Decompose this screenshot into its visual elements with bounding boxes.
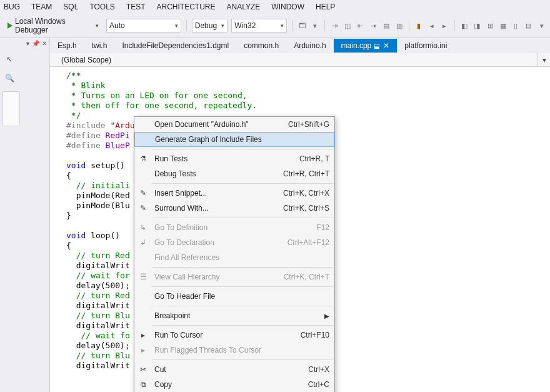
menu-item[interactable]: Debug TestsCtrl+R, Ctrl+T [134,166,334,181]
close-tab-icon[interactable]: ✕ [383,41,389,50]
menu-item[interactable]: ✎Surround With...Ctrl+K, Ctrl+S [134,201,334,216]
menu-item: ☰View Call HierarchyCtrl+K, Ctrl+T [134,269,334,284]
menu-shortcut: Ctrl+R, T [299,154,329,163]
cursor-icon: ▸ [137,345,149,355]
menu-sql[interactable]: SQL [63,3,78,11]
menu-item-label: Surround With... [154,204,278,213]
menu-help[interactable]: HELP [316,3,335,11]
menu-item-label: Go To Definition [154,223,311,232]
tool-icon-e[interactable]: ▯ [511,21,521,31]
separator [152,359,333,360]
scope-combo[interactable]: (Global Scope) [61,56,538,64]
separator [152,325,333,326]
comment-icon[interactable]: ▤ [382,21,391,31]
copy-icon: ⧉ [137,379,149,389]
menu-item[interactable]: Generate Graph of Include Files [134,132,334,147]
play-icon [8,23,12,29]
file-icon[interactable]: 🗔 [298,21,307,31]
outdent-icon[interactable]: ⇥ [369,21,378,31]
call-icon: ☰ [137,272,149,282]
separator [152,267,333,268]
menu-item-label: Breakpoint [154,311,319,320]
tool-icon-d[interactable]: ▦ [498,21,508,31]
menu-item: ▸Run Flagged Threads To Cursor [134,343,334,358]
menu-analyze[interactable]: ANALYZE [227,3,261,11]
menu-shortcut: Ctrl+F10 [301,331,329,339]
collapsed-tool-window[interactable] [2,91,20,126]
tool-icon-b[interactable]: ◨ [472,21,482,31]
separator [152,286,333,287]
tab-arduino[interactable]: Arduino.h [286,39,333,53]
menu-item-label: Copy [154,380,303,389]
scope-bar: (Global Scope) ▾ [50,53,550,67]
blank-icon [137,291,149,301]
menu-item[interactable]: Go To Header File [134,289,334,304]
def-icon: ↳ [137,223,149,233]
menu-shortcut: Ctrl+K, Ctrl+S [283,204,329,213]
menu-bug[interactable]: BUG [4,3,20,11]
snip-icon: ✎ [137,203,149,213]
pin-icon[interactable]: ⬓ [374,43,379,49]
menu-tools[interactable]: TOOLS [89,3,114,11]
tool-icon-f[interactable]: ⊟ [524,21,534,31]
menu-item[interactable]: Breakpoint▶ [134,308,334,323]
bookmark-icon[interactable]: ▮ [414,21,424,31]
menu-item: Find All References [134,250,334,265]
dropdown-icon[interactable]: ▾ [26,40,29,47]
menu-shortcut: F12 [316,223,329,232]
menu-item-label: Go To Declaration [154,238,282,247]
menu-team[interactable]: TEAM [31,3,52,11]
config-combo-1[interactable]: Auto▾ [106,19,181,33]
menu-window[interactable]: WINDOW [271,3,304,11]
tool-icon-c[interactable]: ⊞ [486,21,495,31]
menu-item[interactable]: ✂CutCtrl+X [134,362,334,377]
tab-main[interactable]: main.cpp⬓✕ [334,39,398,53]
toolbox-search-icon[interactable]: 🔍 [4,73,15,84]
tab-twi[interactable]: twi.h [84,39,115,53]
tab-esp[interactable]: Esp.h [50,39,84,53]
chevron-down-icon[interactable]: ▾ [538,53,550,66]
close-icon[interactable]: ✕ [42,40,47,47]
start-debug-button[interactable]: Local Windows Debugger ▾ [4,16,102,36]
menu-item[interactable]: ⚗Run TestsCtrl+R, T [134,151,334,166]
dropdown-icon[interactable]: ▾ [311,21,320,31]
separator [152,183,333,184]
menu-item[interactable]: ⧉CopyCtrl+C [134,377,334,392]
menu-test[interactable]: TEST [126,3,146,11]
tab-platformio[interactable]: platformio.ini [397,39,454,53]
menu-shortcut: Ctrl+Shift+G [288,120,329,129]
menu-shortcut: Ctrl+K, Ctrl+T [284,273,329,281]
chevron-right-icon: ▶ [324,313,329,319]
step-icon[interactable]: ⇥ [330,21,339,31]
menu-item-label: Debug Tests [154,169,278,178]
menu-item-label: Find All References [154,253,324,262]
menu-item-label: View Call Hierarchy [154,273,279,281]
left-dock: ▾ 📌 ✕ ↖ 🔍 [0,38,50,392]
frame-icon[interactable]: ◫ [343,21,352,31]
tool-icon-g[interactable]: ▾ [537,21,546,31]
blank-icon [137,119,149,129]
menu-item: ↳Go To DefinitionF12 [134,220,334,235]
menu-item[interactable]: Open Document "Arduino.h"Ctrl+Shift+G [134,117,334,132]
blank-icon [137,169,149,179]
next-icon[interactable]: ▸ [440,21,449,31]
menu-item-label: Run Flagged Threads To Cursor [154,346,324,354]
menu-item-label: Generate Graph of Include Files [155,135,324,144]
toolbox-cursor-icon[interactable]: ↖ [4,54,15,65]
menu-shortcut: Ctrl+X [308,365,329,374]
config-combo-2[interactable]: Debug▾ [192,19,228,33]
menu-architecture[interactable]: ARCHITECTURE [157,3,216,11]
menu-shortcut: Ctrl+Alt+F12 [288,238,329,247]
tab-includedeps[interactable]: IncludeFileDependencies1.dgml [114,39,236,53]
menu-item[interactable]: ▸Run To CursorCtrl+F10 [134,328,334,343]
editor-context-menu: Open Document "Arduino.h"Ctrl+Shift+GGen… [134,116,335,392]
tool-icon-a[interactable]: ◧ [460,21,469,31]
uncomment-icon[interactable]: ▥ [394,21,404,31]
indent-icon[interactable]: ⇤ [356,21,365,31]
platform-combo[interactable]: Win32▾ [231,19,287,33]
prev-icon[interactable]: ◂ [427,21,436,31]
menu-item[interactable]: ✎Insert Snippet...Ctrl+K, Ctrl+X [134,186,334,201]
pin-icon[interactable]: 📌 [32,40,39,47]
tab-common[interactable]: common.h [236,39,286,53]
snip-icon: ✎ [137,188,149,198]
